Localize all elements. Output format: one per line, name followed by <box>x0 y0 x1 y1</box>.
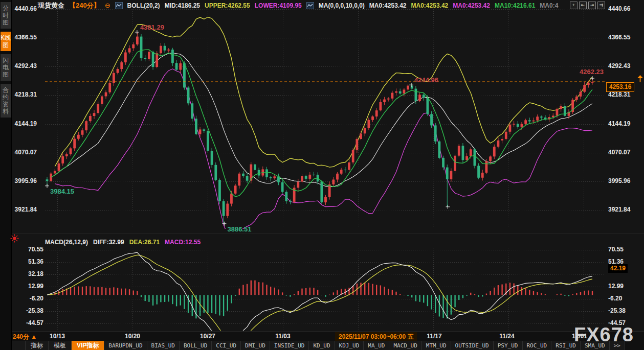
toolbar-item-ROC_UD[interactable]: ROC_UD <box>523 341 552 350</box>
axis-label: 12.99 <box>608 283 624 290</box>
current-price-badge: 4253.16 <box>606 82 634 92</box>
indicator-value: MA0:4 <box>540 2 558 9</box>
sidebar-tab-分时图[interactable]: 分时图 <box>1 2 11 29</box>
shift-chart-icon[interactable]: ⇉ <box>597 2 605 9</box>
axis-label: 4440.66 <box>608 5 630 12</box>
sidebar-tab-K线图[interactable]: K线图 <box>1 32 11 51</box>
macd-dea-value: DEA:26.71 <box>129 239 160 246</box>
toolbar-item-MACD_UD[interactable]: MACD_UD <box>389 341 421 350</box>
macd-macd-value: MACD:12.55 <box>165 239 201 246</box>
crosshair-tool-icon[interactable]: + <box>570 2 578 9</box>
axis-label: 4218.31 <box>608 91 630 98</box>
toolbar-blank-button[interactable] <box>12 341 26 350</box>
toolbar-item-MA_UD[interactable]: MA_UD <box>364 341 389 350</box>
sidebar-tab-闪电图[interactable]: 闪电图 <box>1 54 11 81</box>
axis-label: 4292.43 <box>608 62 630 69</box>
date-axis-row: 240分 ▲ 2025/11/07 03:00~06:00 五 10/1310/… <box>12 331 644 341</box>
symbol-name: 现货黄金 <box>38 1 64 10</box>
toolbar-item-[interactable]: 模板 <box>49 341 72 350</box>
toolbar-item-KDJ_UD[interactable]: KDJ_UD <box>335 341 364 350</box>
watermark-logo: FX678 <box>574 324 634 346</box>
chart-type-sidebar: 分时图K线图闪电图合约资料 <box>0 0 12 350</box>
indicator-value: UPPER:4262.55 <box>205 2 250 9</box>
pan-right-icon[interactable]: ⇥ <box>588 2 596 9</box>
mini-chart-icon[interactable] <box>306 2 314 9</box>
candlestick-chart-canvas[interactable]: 4381.294244.964262.233984.153886.51 <box>0 0 644 350</box>
indicator-values: BOLL(20,2)MID:4186.25UPPER:4262.55LOWER:… <box>115 2 559 9</box>
toolbar-item-VIP[interactable]: VIP指标 <box>72 341 104 350</box>
indicator-value: MA0:4253.42 <box>411 2 449 9</box>
macd-title: MACD(26,12,9) <box>45 239 88 246</box>
toolbar-item-DMI_UD[interactable]: DMI_UD <box>241 341 270 350</box>
macd-diff-value: DIFF:32.99 <box>93 239 124 246</box>
extreme-price-annotation: 4381.29 <box>140 24 164 31</box>
date-label: 11/03 <box>275 333 290 340</box>
axis-label: 4366.55 <box>608 34 630 41</box>
axis-label: -6.20 <box>608 295 622 302</box>
extreme-price-annotation: 3886.51 <box>227 225 251 233</box>
axis-label: 3995.96 <box>608 177 630 184</box>
extreme-price-annotation: 3984.15 <box>50 188 74 195</box>
chart-tool-icons: +⇤⇥⇉ <box>570 2 605 9</box>
date-label: 11/24 <box>499 333 514 340</box>
indicator-header: 现货黄金 【240分】 ⊖ BOLL(20,2)MID:4186.25UPPER… <box>38 1 558 10</box>
pan-left-icon[interactable]: ⇤ <box>579 2 587 9</box>
indicator-value: LOWER:4109.95 <box>255 2 302 9</box>
timeframe-selector[interactable]: 240分 ▲ <box>13 333 37 341</box>
current-macd-badge: 42.19 <box>608 264 628 273</box>
toolbar-item-INSIDE_UD[interactable]: INSIDE_UD <box>270 341 309 350</box>
extreme-price-annotation: 4244.96 <box>414 76 438 84</box>
toolbar-item-MTM_UD[interactable]: MTM_UD <box>422 341 451 350</box>
date-label: 11/17 <box>427 333 441 340</box>
indicator-toolbar: 指标模板VIP指标BARUPDN_UDBIAS_UDBOLL_UDCCI_UDD… <box>12 341 644 350</box>
period-label: 【240分】 <box>69 1 100 10</box>
indicator-value: MA(0,0,0,10,0,0) <box>319 2 365 9</box>
date-label: 10/27 <box>200 333 215 340</box>
toolbar-item-KD_UD[interactable]: KD_UD <box>309 341 335 350</box>
extreme-price-annotation: 4262.23 <box>580 68 604 76</box>
indicator-value: BOLL(20,2) <box>127 2 160 9</box>
toolbar-item-CCI_UD[interactable]: CCI_UD <box>212 341 241 350</box>
toolbar-item-[interactable]: 指标 <box>26 341 49 350</box>
date-label: 10/13 <box>50 333 65 340</box>
axis-label: 3921.84 <box>608 206 630 213</box>
indicator-value: MA0:4253.42 <box>453 2 490 9</box>
toolbar-item-OUTSIDE_UD[interactable]: OUTSIDE_UD <box>451 341 494 350</box>
axis-label: 4144.19 <box>608 120 630 127</box>
macd-indicator-header: MACD(26,12,9) DIFF:32.99 DEA:26.71 MACD:… <box>45 239 201 246</box>
latest-price-arrow-icon[interactable] <box>637 75 643 83</box>
sidebar-tab-合约资料[interactable]: 合约资料 <box>1 84 11 118</box>
axis-label: -25.38 <box>608 307 626 314</box>
indicator-value: MA0:4253.42 <box>369 2 407 9</box>
axis-label: 4070.07 <box>608 149 630 156</box>
indicator-value: MA10:4216.61 <box>495 2 535 9</box>
trading-app-window: 4381.294244.964262.233984.153886.51 分时图K… <box>0 0 644 350</box>
toolbar-item-PSY_UD[interactable]: PSY_UD <box>494 341 523 350</box>
alert-icon[interactable] <box>10 234 19 243</box>
indicator-value: MID:4186.25 <box>165 2 200 9</box>
axis-label: 70.55 <box>608 246 624 253</box>
collapse-icon[interactable]: ⊖ <box>105 2 110 9</box>
toolbar-item-BIAS_UD[interactable]: BIAS_UD <box>147 341 180 350</box>
toolbar-item-BARUPDN_UD[interactable]: BARUPDN_UD <box>104 341 147 350</box>
mini-chart-icon[interactable] <box>115 2 123 9</box>
date-label: 10/20 <box>125 333 140 340</box>
toolbar-item-BOLL_UD[interactable]: BOLL_UD <box>180 341 212 350</box>
